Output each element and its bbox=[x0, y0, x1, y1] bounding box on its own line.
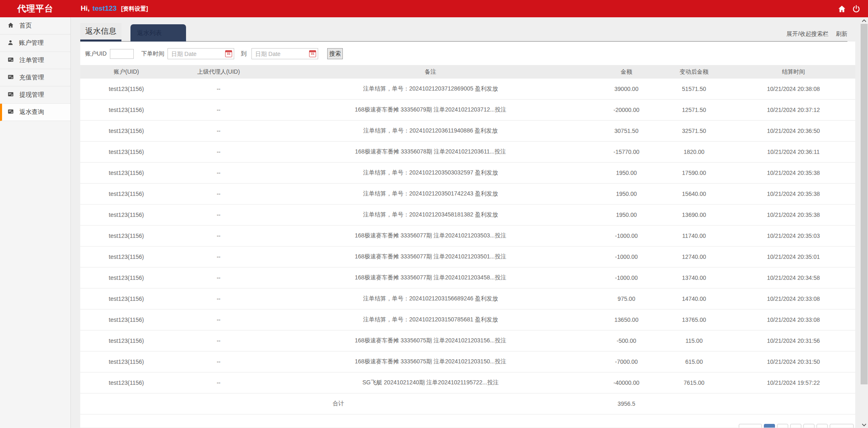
date-from-wrap: 31 bbox=[168, 48, 234, 59]
page-button[interactable] bbox=[817, 424, 828, 428]
logout-power-icon[interactable] bbox=[852, 5, 861, 13]
table-row: test123(1156)--注单结算，单号：20241021203503032… bbox=[80, 163, 855, 184]
cell-amount: -1000.00 bbox=[596, 274, 656, 281]
page-button[interactable] bbox=[803, 424, 814, 428]
cell-after: 11740.00 bbox=[656, 233, 732, 239]
cell-remark: SG飞艇 20241021240期 注单20241021195722...投注 bbox=[265, 379, 596, 386]
table-row: test123(1156)--注单结算，单号：20241021203150785… bbox=[80, 309, 855, 330]
cell-agent: -- bbox=[172, 316, 265, 323]
sidebar-item-deposit[interactable]: 充值管理 bbox=[0, 69, 70, 86]
tab-rebate-info[interactable]: 返水信息 bbox=[80, 23, 121, 42]
scroll-down-icon[interactable] bbox=[860, 421, 868, 428]
date-to-input[interactable] bbox=[251, 48, 318, 59]
sidebar-item-label: 注单管理 bbox=[19, 56, 44, 64]
scroll-up-icon[interactable] bbox=[860, 17, 868, 24]
cell-amount: -1000.00 bbox=[596, 233, 656, 239]
cell-amount: 39000.00 bbox=[596, 86, 656, 92]
next-page-button[interactable] bbox=[830, 424, 854, 428]
sidebar-item-label: 首页 bbox=[19, 22, 32, 30]
cell-amount: -1000.00 bbox=[596, 254, 656, 260]
cell-remark: 168极速赛车番摊 33356078期 注单20241021203611...投… bbox=[265, 148, 596, 156]
search-button[interactable]: 搜索 bbox=[327, 48, 343, 59]
date-from-input[interactable] bbox=[168, 48, 234, 59]
col-after-amount: 变动后金额 bbox=[656, 68, 732, 76]
table-row: test123(1156)--注单结算，单号：20241021203712869… bbox=[80, 79, 855, 100]
cell-remark: 注单结算，单号：20241021203503032597 盈利发放 bbox=[265, 169, 596, 177]
cell-time: 10/21/2024 20:36:50 bbox=[732, 128, 855, 134]
cell-agent: -- bbox=[172, 358, 265, 365]
refresh-link[interactable]: 刷新 bbox=[836, 30, 847, 38]
tab-bar: 返水信息 返水列表 展开/收起搜索栏 刷新 bbox=[80, 17, 847, 42]
sidebar-item-accounts[interactable]: 账户管理 bbox=[0, 35, 70, 52]
calendar-icon[interactable]: 31 bbox=[225, 50, 232, 57]
cell-agent: -- bbox=[172, 128, 265, 134]
cell-account: test123(1156) bbox=[80, 149, 172, 155]
cell-remark: 注单结算，单号：20241021203712869005 盈利发放 bbox=[265, 85, 596, 93]
uid-label: 账户UID bbox=[85, 50, 107, 58]
cell-remark: 注单结算，单号：20241021203458181382 盈利发放 bbox=[265, 211, 596, 219]
cell-amount: 1950.00 bbox=[596, 212, 656, 218]
order-time-label: 下单时间 bbox=[141, 50, 164, 58]
greeting-prefix: Hi, bbox=[81, 5, 90, 13]
table-row: test123(1156)--168极速赛车番摊 33356078期 注单202… bbox=[80, 142, 855, 163]
sidebar-item-home[interactable]: 首页 bbox=[0, 17, 70, 35]
tab-rebate-list[interactable]: 返水列表 bbox=[130, 24, 186, 42]
col-agent: 上级代理人(UID) bbox=[172, 68, 265, 76]
vertical-scrollbar[interactable] bbox=[860, 17, 868, 428]
page-button[interactable] bbox=[790, 424, 801, 428]
cell-agent: -- bbox=[172, 337, 265, 344]
cell-time: 10/21/2024 19:57:22 bbox=[732, 379, 855, 386]
cell-time: 10/21/2024 20:35:03 bbox=[732, 233, 855, 239]
cell-account: test123(1156) bbox=[80, 170, 172, 176]
deposit-icon bbox=[7, 74, 14, 81]
cell-amount: -7000.00 bbox=[596, 358, 656, 365]
pagination bbox=[739, 424, 854, 428]
cell-account: test123(1156) bbox=[80, 191, 172, 197]
cell-remark: 注单结算，单号：20241021203150785681 盈利发放 bbox=[265, 316, 596, 323]
cell-amount: 975.00 bbox=[596, 295, 656, 302]
toggle-search-bar-link[interactable]: 展开/收起搜索栏 bbox=[787, 30, 828, 38]
col-account: 账户(UID) bbox=[80, 68, 172, 76]
agent-platform-app: 代理平台 Hi, test123 [资料设置] 首页 账户管理 注单管理 bbox=[0, 0, 868, 428]
to-label: 到 bbox=[241, 50, 247, 58]
col-remark: 备注 bbox=[265, 68, 596, 76]
sidebar-item-orders[interactable]: 注单管理 bbox=[0, 52, 70, 69]
profile-settings-link[interactable]: [资料设置] bbox=[121, 5, 148, 13]
table-row: test123(1156)--注单结算，单号：20241021203501742… bbox=[80, 184, 855, 205]
cell-account: test123(1156) bbox=[80, 128, 172, 134]
page-button-active[interactable] bbox=[764, 424, 775, 428]
page-button[interactable] bbox=[777, 424, 788, 428]
calendar-icon[interactable]: 31 bbox=[309, 50, 316, 57]
cell-amount: -40000.00 bbox=[596, 379, 656, 386]
table-body: test123(1156)--注单结算，单号：20241021203712869… bbox=[80, 79, 855, 393]
cell-account: test123(1156) bbox=[80, 274, 172, 281]
home-icon[interactable] bbox=[838, 5, 846, 13]
cell-remark: 168极速赛车番摊 33356077期 注单20241021203503...投… bbox=[265, 232, 596, 240]
cell-time: 10/21/2024 20:35:38 bbox=[732, 191, 855, 197]
table-header-row: 账户(UID) 上级代理人(UID) 备注 金额 变动后金额 结算时间 bbox=[80, 65, 855, 79]
cell-remark: 168极速赛车番摊 33356079期 注单20241021203712...投… bbox=[265, 106, 596, 114]
cell-agent: -- bbox=[172, 107, 265, 113]
cell-amount: 13650.00 bbox=[596, 316, 656, 323]
cell-amount: -15770.00 bbox=[596, 149, 656, 155]
rebate-panel: 账户UID 下单时间 31 到 31 搜索 账户(UID) 上级代理人(UI bbox=[80, 42, 855, 428]
cell-time: 10/21/2024 20:31:50 bbox=[732, 358, 855, 365]
cell-after: 115.00 bbox=[656, 337, 732, 344]
scrollbar-thumb[interactable] bbox=[861, 24, 868, 384]
sidebar-item-withdraw[interactable]: 提现管理 bbox=[0, 86, 70, 104]
cell-time: 10/21/2024 20:33:08 bbox=[732, 316, 855, 323]
table-row: test123(1156)--168极速赛车番摊 33356075期 注单202… bbox=[80, 330, 855, 351]
cell-after: 15640.00 bbox=[656, 191, 732, 197]
sidebar-item-rebate-query[interactable]: 返水查询 bbox=[0, 104, 70, 121]
date-to-wrap: 31 bbox=[251, 48, 318, 59]
cell-account: test123(1156) bbox=[80, 86, 172, 92]
cell-time: 10/21/2024 20:38:08 bbox=[732, 86, 855, 92]
col-amount: 金额 bbox=[596, 68, 656, 76]
cell-time: 10/21/2024 20:36:11 bbox=[732, 149, 855, 155]
cell-remark: 168极速赛车番摊 33356075期 注单20241021203150...投… bbox=[265, 358, 596, 365]
uid-input[interactable] bbox=[110, 49, 134, 59]
app-logo: 代理平台 bbox=[0, 3, 71, 14]
prev-page-button[interactable] bbox=[739, 424, 762, 428]
sidebar-item-label: 账户管理 bbox=[19, 39, 44, 47]
cell-account: test123(1156) bbox=[80, 254, 172, 260]
